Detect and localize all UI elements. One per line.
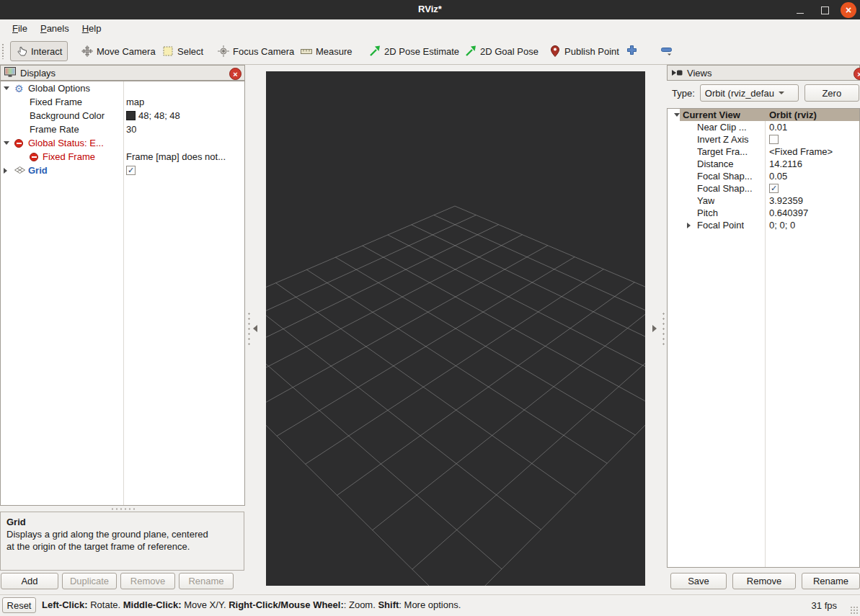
tool-label: 2D Goal Pose [480, 46, 538, 57]
add-button[interactable]: Add [1, 573, 58, 589]
tree-row-background-color[interactable]: Background Color48; 48; 48 [1, 109, 244, 122]
zero-button[interactable]: Zero [804, 84, 859, 102]
select-box-icon [162, 45, 174, 57]
tool-interact[interactable]: Interact [10, 41, 68, 61]
tree-row-grid[interactable]: Grid✓ [1, 164, 244, 177]
value-text: Frame [map] does not... [126, 151, 226, 162]
status-segment: Move X/Y. [182, 599, 229, 610]
tool-2d-goal-pose[interactable]: 2D Goal Pose [460, 41, 544, 61]
rename-button: Rename [179, 573, 234, 589]
value-text: map [126, 97, 144, 107]
view-label: Focal Point [697, 220, 744, 231]
value-text: 14.2116 [769, 159, 802, 169]
collapse-right-arrow-icon[interactable] [652, 325, 657, 332]
property-checkbox[interactable] [769, 135, 779, 144]
collapse-left-arrow-icon[interactable] [253, 325, 257, 332]
expander-open-icon[interactable] [4, 86, 9, 90]
left-splitter-dots[interactable] [248, 311, 250, 346]
minimize-button[interactable] [792, 2, 808, 18]
view-row-yaw[interactable]: Yaw3.92359 [668, 195, 859, 207]
maximize-button[interactable] [817, 2, 833, 18]
menu-panels[interactable]: Panels [34, 21, 76, 36]
tree-row-global-status-e[interactable]: Global Status: E... [1, 136, 244, 150]
view-value[interactable] [769, 133, 779, 146]
tree-value[interactable]: ✓ [126, 164, 136, 177]
status-segment: : More options. [399, 599, 461, 610]
status-help-text: Left-Click: Rotate. Middle-Click: Move X… [42, 599, 461, 610]
view-label: Pitch [697, 207, 718, 218]
displays-splitter-grip[interactable] [110, 508, 135, 510]
right-splitter-dots[interactable] [662, 311, 665, 346]
tree-row-frame-rate[interactable]: Frame Rate30 [1, 122, 244, 136]
view-row-distance[interactable]: Distance14.2116 [668, 158, 859, 170]
tree-row-fixed-frame[interactable]: Fixed Framemap [1, 95, 244, 109]
tool-label: Move Camera [97, 46, 156, 57]
tree-row-global-options[interactable]: ⚙Global Options [1, 81, 244, 95]
green-arrow-icon [369, 45, 381, 57]
expander-closed-icon[interactable] [687, 223, 691, 228]
view-type-dropdown[interactable]: Orbit (rviz_defau [700, 84, 799, 102]
tree-row-fixed-frame[interactable]: Fixed FrameFrame [map] does not... [1, 150, 244, 164]
view-label: Focal Shap... [697, 171, 753, 182]
views-save-button[interactable]: Save [670, 573, 727, 589]
color-swatch[interactable] [126, 111, 136, 120]
display-help-box: Grid Displays a grid along the ground pl… [0, 512, 244, 571]
views-panel-header[interactable]: Views × [667, 65, 860, 81]
remove-button: Remove [120, 573, 175, 589]
value-text: 0; 0; 0 [769, 220, 795, 231]
grid-3d [266, 71, 645, 586]
button-label: Add [21, 576, 37, 586]
property-checkbox[interactable]: ✓ [769, 184, 779, 193]
views-tree: Current ViewOrbit (rviz)Near Clip ...0.0… [667, 108, 860, 568]
map-pin-icon [549, 45, 561, 57]
tool-label: Select [177, 46, 203, 57]
hand-icon [16, 45, 27, 57]
render-viewport[interactable] [266, 71, 645, 586]
minimize-icon [797, 13, 804, 14]
expander-closed-icon[interactable] [4, 168, 7, 174]
help-title: Grid [6, 517, 26, 527]
view-label: Focal Shap... [697, 183, 753, 194]
reset-button[interactable]: Reset [2, 597, 36, 613]
views-rename-button[interactable]: Rename [802, 573, 860, 589]
add-tool-button[interactable] [623, 43, 640, 59]
view-row-pitch[interactable]: Pitch0.640397 [668, 207, 859, 219]
view-row-invert-z-axis[interactable]: Invert Z Axis [668, 133, 859, 146]
tool-select[interactable]: Select [157, 41, 208, 61]
view-row-target-fra[interactable]: Target Fra...<Fixed Frame> [668, 146, 859, 158]
tool-move-camera[interactable]: Move Camera [76, 41, 161, 61]
tool-publish-point[interactable]: Publish Point [544, 41, 624, 61]
remove-tool-button[interactable] [657, 43, 675, 59]
menu-help[interactable]: Help [76, 21, 108, 36]
displays-close-icon[interactable]: × [229, 68, 241, 80]
view-row-focal-point[interactable]: Focal Point0; 0; 0 [668, 219, 859, 231]
value-text: 48; 48; 48 [138, 110, 180, 121]
view-row-focal-shap[interactable]: Focal Shap...✓ [668, 182, 859, 195]
value-text: Orbit (rviz) [769, 110, 817, 120]
view-row-focal-shap[interactable]: Focal Shap...0.05 [668, 170, 859, 182]
button-label: Rename [813, 576, 848, 586]
view-row-current-view[interactable]: Current ViewOrbit (rviz) [668, 109, 859, 121]
views-close-icon[interactable]: × [854, 68, 860, 80]
resize-grip[interactable] [850, 606, 859, 615]
tool-label: 2D Pose Estimate [384, 46, 459, 57]
view-value[interactable]: ✓ [769, 182, 779, 195]
close-button[interactable]: × [841, 2, 856, 18]
displays-panel-header[interactable]: Displays × [0, 65, 245, 81]
menu-file[interactable]: File [6, 21, 34, 36]
tool-2d-pose-estimate[interactable]: 2D Pose Estimate [364, 41, 464, 61]
view-value: 0; 0; 0 [769, 219, 795, 231]
tool-measure[interactable]: Measure [296, 41, 358, 61]
toolbar-grip[interactable] [1, 43, 5, 59]
status-segment: Shift [378, 599, 399, 610]
enable-checkbox[interactable]: ✓ [126, 166, 136, 175]
views-remove-button[interactable]: Remove [732, 573, 796, 589]
ruler-icon [301, 45, 312, 57]
tool-focus-camera[interactable]: Focus Camera [213, 41, 299, 61]
close-icon: × [846, 4, 851, 16]
value-text: 3.92359 [769, 195, 803, 206]
view-row-near-clip[interactable]: Near Clip ...0.01 [668, 121, 859, 133]
expander-open-icon[interactable] [674, 113, 680, 117]
view-value: <Fixed Frame> [769, 146, 833, 158]
expander-open-icon[interactable] [4, 141, 9, 145]
